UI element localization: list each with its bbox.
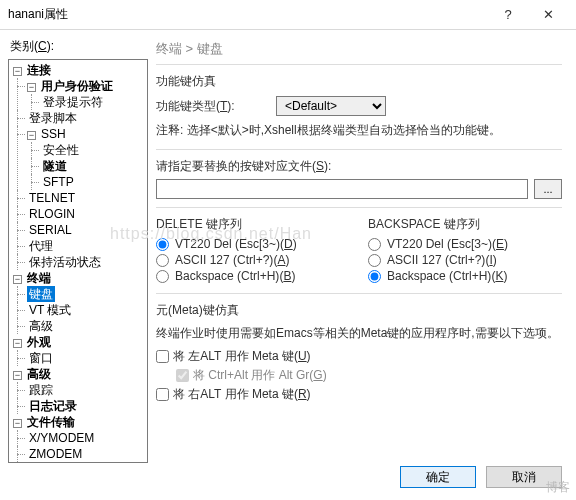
tree-node-telnet[interactable]: TELNET [27, 190, 77, 206]
tree-node-adv2[interactable]: 高级 [25, 366, 53, 382]
collapse-icon[interactable]: − [13, 67, 22, 76]
tree-node-zmodem[interactable]: ZMODEM [27, 446, 84, 462]
tree-node-ssh[interactable]: SSH [39, 126, 68, 142]
meta-left-label: 将 左ALT 用作 Meta 键(U) [173, 348, 311, 365]
tree-node-rlogin[interactable]: RLOGIN [27, 206, 77, 222]
tree-node-xymodem[interactable]: X/YMODEM [27, 430, 96, 446]
meta-title: 元(Meta)键仿真 [156, 302, 562, 319]
del-vt220-radio[interactable] [156, 238, 169, 251]
bsp-bksp-label: Backspace (Ctrl+H)(K) [387, 269, 507, 283]
tree-node-loginscript[interactable]: 登录脚本 [27, 110, 79, 126]
backspace-title: BACKSPACE 键序列 [368, 216, 562, 233]
del-vt220-label: VT220 Del (Esc[3~)(D) [175, 237, 297, 251]
collapse-icon[interactable]: − [27, 131, 36, 140]
tree-node-keyboard[interactable]: 键盘 [27, 286, 55, 302]
tree-node-keepalive[interactable]: 保持活动状态 [27, 254, 103, 270]
meta-note: 终端作业时使用需要如Emacs等相关的Meta键的应用程序时,需要以下选项。 [156, 325, 562, 342]
tree-node-auth[interactable]: 用户身份验证 [39, 78, 115, 94]
titlebar: hanani属性 ? ✕ [0, 0, 576, 30]
tree-node-connection[interactable]: 连接 [25, 62, 53, 78]
del-ascii-label: ASCII 127 (Ctrl+?)(A) [175, 253, 289, 267]
breadcrumb: 终端 > 键盘 [156, 38, 562, 65]
section-fnkey: 功能键仿真 [156, 73, 562, 90]
tree-node-serial[interactable]: SERIAL [27, 222, 74, 238]
meta-right-checkbox[interactable] [156, 388, 169, 401]
category-label: 类别(C): [8, 36, 148, 59]
fnkey-type-label: 功能键类型(T): [156, 98, 266, 115]
collapse-icon[interactable]: − [13, 419, 22, 428]
ok-button[interactable]: 确定 [400, 466, 476, 488]
del-bksp-label: Backspace (Ctrl+H)(B) [175, 269, 295, 283]
bsp-vt220-label: VT220 Del (Esc[3~)(E) [387, 237, 508, 251]
collapse-icon[interactable]: − [13, 339, 22, 348]
collapse-icon[interactable]: − [13, 275, 22, 284]
fnkey-type-select[interactable]: <Default> [276, 96, 386, 116]
bsp-vt220-radio[interactable] [368, 238, 381, 251]
tree-node-filetransfer[interactable]: 文件传输 [25, 414, 77, 430]
tree-node-terminal[interactable]: 终端 [25, 270, 53, 286]
meta-left-checkbox[interactable] [156, 350, 169, 363]
keyfile-label: 请指定要替换的按键对应文件(S): [156, 158, 562, 175]
meta-right-label: 将 右ALT 用作 Meta 键(R) [173, 386, 311, 403]
tree-node-window[interactable]: 窗口 [27, 350, 55, 366]
del-ascii-radio[interactable] [156, 254, 169, 267]
bsp-ascii-label: ASCII 127 (Ctrl+?)(I) [387, 253, 497, 267]
close-button[interactable]: ✕ [528, 7, 568, 22]
tree-node-proxy[interactable]: 代理 [27, 238, 55, 254]
tree-node-appearance[interactable]: 外观 [25, 334, 53, 350]
tree-node-tunnel[interactable]: 隧道 [41, 158, 69, 174]
tree-node-advanced[interactable]: 高级 [27, 318, 55, 334]
window-title: hanani属性 [8, 6, 488, 23]
meta-altgr-label: 将 Ctrl+Alt 用作 Alt Gr(G) [193, 367, 327, 384]
tree-node-trace[interactable]: 跟踪 [27, 382, 55, 398]
category-tree[interactable]: −连接 −用户身份验证 登录提示符 登录脚本 −SSH 安全性 隧道 SFTP [8, 59, 148, 463]
browse-button[interactable]: ... [534, 179, 562, 199]
meta-altgr-checkbox [176, 369, 189, 382]
collapse-icon[interactable]: − [13, 371, 22, 380]
bsp-bksp-radio[interactable] [368, 270, 381, 283]
watermark-corner: 博客 [546, 479, 570, 496]
fnkey-note: 注释: 选择<默认>时,Xshell根据终端类型自动选择恰当的功能键。 [156, 122, 562, 139]
tree-node-loginprompt[interactable]: 登录提示符 [41, 94, 105, 110]
keyfile-input[interactable] [156, 179, 528, 199]
tree-node-security[interactable]: 安全性 [41, 142, 81, 158]
bsp-ascii-radio[interactable] [368, 254, 381, 267]
tree-node-vtmode[interactable]: VT 模式 [27, 302, 73, 318]
tree-node-sftp[interactable]: SFTP [41, 174, 76, 190]
tree-node-log[interactable]: 日志记录 [27, 398, 79, 414]
delete-title: DELETE 键序列 [156, 216, 350, 233]
del-bksp-radio[interactable] [156, 270, 169, 283]
help-button[interactable]: ? [488, 7, 528, 22]
collapse-icon[interactable]: − [27, 83, 36, 92]
